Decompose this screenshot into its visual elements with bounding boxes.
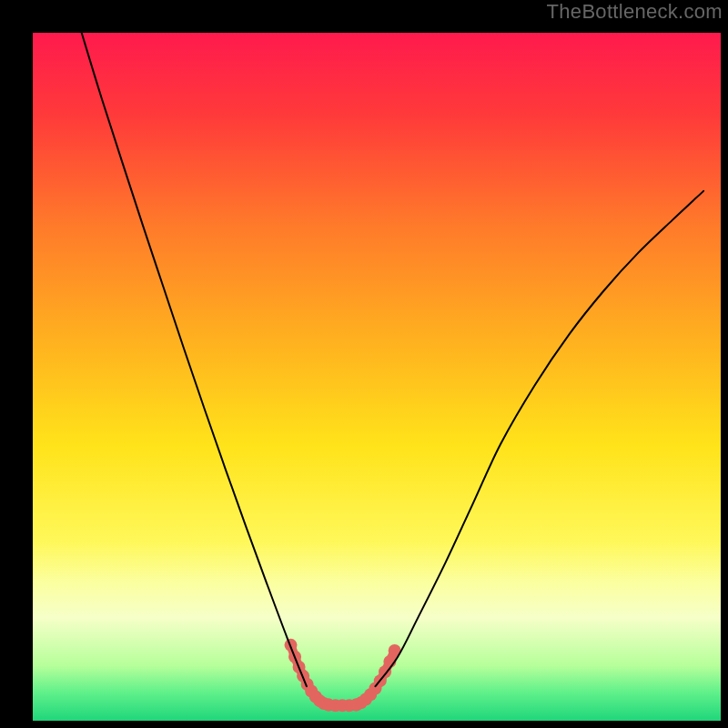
chart-frame — [13, 13, 715, 715]
watermark-text: TheBottleneck.com — [547, 0, 723, 24]
chart-plot — [33, 33, 721, 721]
chart-background — [33, 33, 721, 721]
